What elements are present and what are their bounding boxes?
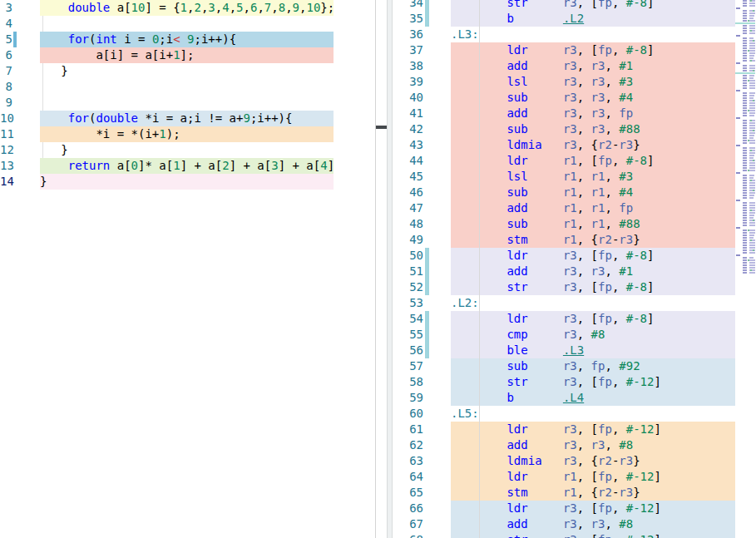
code-token: r3 xyxy=(619,486,633,499)
asm-line[interactable]: ldr r1, [fp, #-12] xyxy=(451,469,661,485)
asm-line[interactable]: ldr r3, [fp, #-8] xyxy=(451,311,655,327)
asm-line[interactable]: sub r3, r3, #88 xyxy=(451,121,640,137)
line-number[interactable]: 54 xyxy=(393,311,423,327)
source-line[interactable]: for(double *i = a;i != a+9;i++){ xyxy=(40,111,292,126)
line-number[interactable]: 49 xyxy=(393,232,423,248)
line-number[interactable]: 66 xyxy=(393,501,423,516)
asm-line[interactable]: b .L4 xyxy=(451,390,584,406)
line-number[interactable]: 36 xyxy=(393,27,423,42)
source-line[interactable]: } xyxy=(40,174,47,190)
source-editor[interactable]: 34567891011121314 double a[10] = {1,2,3,… xyxy=(0,0,375,538)
line-number[interactable]: 55 xyxy=(393,327,423,343)
asm-line[interactable]: .L3: xyxy=(451,27,479,42)
asm-line[interactable]: lsl r3, r3, #3 xyxy=(451,74,633,90)
line-number[interactable]: 68 xyxy=(393,532,423,538)
minimap-mark xyxy=(743,60,747,62)
asm-line[interactable]: sub r1, r1, #88 xyxy=(451,216,640,232)
pane-splitter[interactable] xyxy=(387,0,393,538)
asm-line[interactable]: ldr r3, [fp, #-8] xyxy=(451,248,655,264)
line-number[interactable]: 11 xyxy=(0,126,12,142)
asm-line[interactable]: add r1, r1, fp xyxy=(451,200,633,216)
line-number[interactable]: 53 xyxy=(393,295,423,311)
line-number[interactable]: 8 xyxy=(0,79,12,95)
source-line[interactable]: double a[10] = {1,2,3,4,5,6,7,8,9,10}; xyxy=(40,0,334,16)
line-number[interactable]: 45 xyxy=(393,169,423,185)
asm-line[interactable]: .L2: xyxy=(451,295,479,311)
source-line[interactable]: *i = *(i+1); xyxy=(40,126,180,142)
line-number[interactable]: 47 xyxy=(393,200,423,216)
asm-line[interactable]: add r3, r3, #1 xyxy=(451,58,633,74)
line-number[interactable]: 9 xyxy=(0,95,12,111)
line-number[interactable]: 34 xyxy=(393,0,423,11)
line-number[interactable]: 65 xyxy=(393,485,423,501)
line-number[interactable]: 37 xyxy=(393,42,423,58)
asm-line[interactable]: sub r1, r1, #4 xyxy=(451,185,633,200)
line-number[interactable]: 42 xyxy=(393,121,423,137)
line-number[interactable]: 41 xyxy=(393,106,423,121)
line-number[interactable]: 44 xyxy=(393,153,423,169)
line-number[interactable]: 5 xyxy=(0,32,12,47)
asm-line[interactable]: ldr r1, [fp, #-8] xyxy=(451,153,655,169)
line-number[interactable]: 3 xyxy=(0,0,12,16)
source-line[interactable]: } xyxy=(40,63,68,79)
source-line[interactable]: return a[0]* a[1] + a[2] + a[3] + a[4]; xyxy=(40,158,334,174)
asm-line[interactable]: ldr r3, [fp, #-12] xyxy=(451,501,661,516)
asm-line[interactable]: cmp r3, #8 xyxy=(451,327,605,343)
asm-line[interactable]: ldr r3, [fp, #-8] xyxy=(451,42,655,58)
asm-line[interactable]: add r3, r3, #1 xyxy=(451,264,633,279)
line-number[interactable]: 64 xyxy=(393,469,423,485)
source-line[interactable]: for(int i = 0;i< 9;i++){ xyxy=(40,32,236,47)
line-number[interactable]: 60 xyxy=(393,406,423,422)
line-number[interactable]: 14 xyxy=(0,174,12,190)
line-number[interactable]: 63 xyxy=(393,453,423,469)
source-line[interactable]: } xyxy=(40,142,68,158)
line-number[interactable]: 13 xyxy=(0,158,12,174)
line-number[interactable]: 48 xyxy=(393,216,423,232)
asm-line[interactable]: b .L2 xyxy=(451,11,584,27)
source-code-area[interactable]: double a[10] = {1,2,3,4,5,6,7,8,9,10}; f… xyxy=(40,0,334,538)
line-number[interactable]: 4 xyxy=(0,16,12,32)
asm-line[interactable]: sub r3, r3, #4 xyxy=(451,90,633,106)
source-line[interactable]: a[i] = a[i+1]; xyxy=(40,47,194,63)
source-overview-ruler[interactable] xyxy=(376,0,387,538)
line-number[interactable]: 43 xyxy=(393,137,423,153)
asm-line[interactable]: str r3, [fp, #-12] xyxy=(451,374,661,390)
asm-line[interactable]: add r3, r3, #8 xyxy=(451,516,633,532)
line-number[interactable]: 10 xyxy=(0,111,12,126)
line-number[interactable]: 35 xyxy=(393,11,423,27)
asm-line[interactable]: lsl r1, r1, #3 xyxy=(451,169,633,185)
asm-line[interactable]: .L5: xyxy=(451,406,479,422)
line-number[interactable]: 52 xyxy=(393,279,423,295)
line-number[interactable]: 46 xyxy=(393,185,423,200)
asm-line[interactable]: str r3, [fp, #-12] xyxy=(451,532,661,538)
line-number[interactable]: 50 xyxy=(393,248,423,264)
asm-line[interactable]: stm r1, {r2-r3} xyxy=(451,232,640,248)
code-token: r3 xyxy=(591,91,605,104)
line-number[interactable]: 40 xyxy=(393,90,423,106)
line-number[interactable]: 12 xyxy=(0,142,12,158)
asm-line[interactable]: ldr r3, [fp, #-12] xyxy=(451,422,661,437)
asm-line[interactable]: ldmia r3, {r2-r3} xyxy=(451,453,640,469)
asm-line[interactable]: ldmia r3, {r2-r3} xyxy=(451,137,640,153)
line-number[interactable]: 6 xyxy=(0,47,12,63)
line-number[interactable]: 59 xyxy=(393,390,423,406)
line-number[interactable]: 57 xyxy=(393,358,423,374)
asm-line[interactable]: str r3, [fp, #-8] xyxy=(451,0,655,11)
line-number[interactable]: 7 xyxy=(0,63,12,79)
minimap[interactable] xyxy=(735,0,756,538)
asm-line[interactable]: str r3, [fp, #-8] xyxy=(451,279,655,295)
line-number[interactable]: 38 xyxy=(393,58,423,74)
line-number[interactable]: 62 xyxy=(393,437,423,453)
line-number[interactable]: 56 xyxy=(393,343,423,358)
asm-editor[interactable]: 3435363738394041424344454647484950515253… xyxy=(393,0,735,538)
asm-line[interactable]: add r3, r3, #8 xyxy=(451,437,633,453)
line-number[interactable]: 61 xyxy=(393,422,423,437)
asm-line[interactable]: stm r1, {r2-r3} xyxy=(451,485,640,501)
line-number[interactable]: 39 xyxy=(393,74,423,90)
asm-line[interactable]: add r3, r3, fp xyxy=(451,106,633,121)
line-number[interactable]: 67 xyxy=(393,516,423,532)
line-number[interactable]: 58 xyxy=(393,374,423,390)
asm-line[interactable]: ble .L3 xyxy=(451,343,584,358)
line-number[interactable]: 51 xyxy=(393,264,423,279)
asm-line[interactable]: sub r3, fp, #92 xyxy=(451,358,640,374)
